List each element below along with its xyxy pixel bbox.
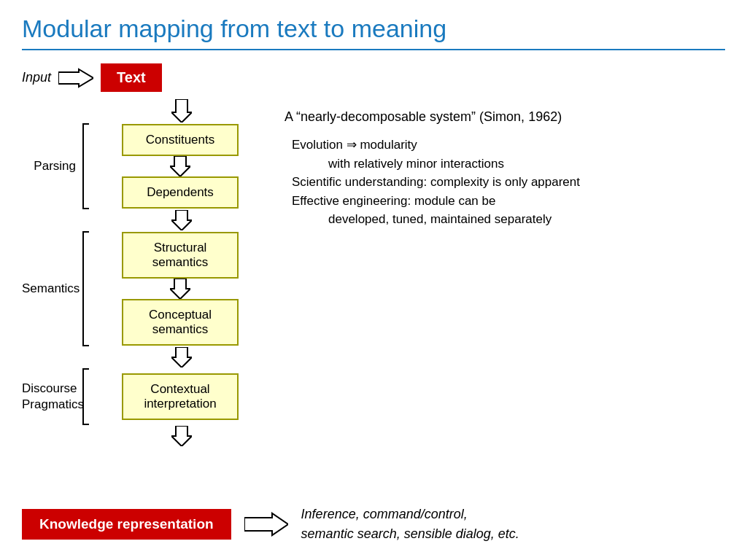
- dependents-box: Dependents: [122, 176, 239, 209]
- evolution-line1: Evolution ⇒ modularity: [292, 136, 725, 155]
- constituents-box: Constituents: [122, 124, 239, 156]
- inference-line2: semantic search, sensible dialog, etc.: [301, 524, 519, 544]
- discourse-section: Discourse Pragmatics Contextual interpre…: [22, 368, 270, 426]
- down-arrow-constituents-icon: [170, 156, 190, 176]
- right-column: A “nearly-decomposable system” (Simon, 1…: [285, 63, 725, 446]
- discourse-bracket-icon: [80, 368, 90, 426]
- slide: Modular mapping from text to meaning Inp…: [0, 0, 747, 560]
- quote-line: A “nearly-decomposable system” (Simon, 1…: [285, 107, 725, 127]
- svg-marker-5: [171, 347, 192, 368]
- content-area: Input Text Parsing Consti: [22, 63, 725, 446]
- left-flow: Input Text Parsing Consti: [22, 63, 270, 446]
- down-arrow-icon: [171, 99, 192, 122]
- parsing-boxes: Constituents Dependents: [90, 124, 270, 209]
- semantics-label: Semantics: [22, 281, 80, 297]
- evolution-line4: Effective engineering: module can be: [292, 192, 725, 211]
- slide-title: Modular mapping from text to meaning: [22, 15, 725, 50]
- evolution-line3: Scientific understanding: complexity is …: [292, 173, 725, 192]
- input-row: Input Text: [22, 63, 162, 92]
- arrow-after-conceptual: [22, 347, 270, 368]
- down-arrow-concept-icon: [171, 347, 192, 368]
- evolution-block: Evolution ⇒ modularity with relatively m…: [292, 136, 725, 229]
- down-arrow-struct-icon: [170, 279, 190, 299]
- contextual-interp-box: Contextual interpretation: [122, 373, 239, 420]
- knowledge-representation-box: Knowledge representation: [22, 509, 231, 540]
- svg-marker-7: [244, 513, 288, 535]
- discourse-label: Discourse Pragmatics: [22, 381, 80, 413]
- arrow-after-contextual: [22, 426, 270, 446]
- bottom-right-arrow-icon: [244, 512, 288, 537]
- svg-marker-1: [171, 99, 192, 122]
- svg-marker-0: [58, 69, 93, 87]
- right-arrow-double-icon: [58, 68, 93, 88]
- discourse-boxes: Contextual interpretation: [90, 373, 270, 420]
- arrow-after-text: [22, 99, 270, 122]
- bottom-row: Knowledge representation Inference, comm…: [22, 505, 725, 544]
- evolution-line5: developed, tuned, maintained separately: [328, 210, 725, 229]
- input-label: Input: [22, 70, 51, 85]
- down-arrow-dep-icon: [171, 210, 192, 230]
- structural-semantics-box: Structural semantics: [122, 232, 239, 279]
- semantics-bracket-icon: [80, 230, 90, 347]
- text-box: Text: [101, 63, 162, 92]
- arrow-after-dependents: [22, 210, 270, 230]
- parsing-bracket-icon: [80, 122, 90, 210]
- inference-text: Inference, command/control, semantic sea…: [301, 505, 519, 544]
- parsing-section: Parsing Constituents Dependents: [22, 122, 270, 210]
- svg-marker-6: [171, 426, 192, 446]
- parsing-label: Parsing: [22, 158, 80, 174]
- semantics-boxes: Structural semantics Conceptual semantic…: [90, 232, 270, 346]
- svg-marker-4: [170, 279, 190, 299]
- conceptual-semantics-box: Conceptual semantics: [122, 299, 239, 346]
- svg-marker-3: [171, 210, 192, 230]
- svg-marker-2: [170, 156, 190, 176]
- down-arrow-ctx-icon: [171, 426, 192, 446]
- inference-line1: Inference, command/control,: [301, 505, 519, 524]
- semantics-section: Semantics Structural semantics Conceptua…: [22, 230, 270, 347]
- evolution-line2: with relatively minor interactions: [328, 155, 725, 174]
